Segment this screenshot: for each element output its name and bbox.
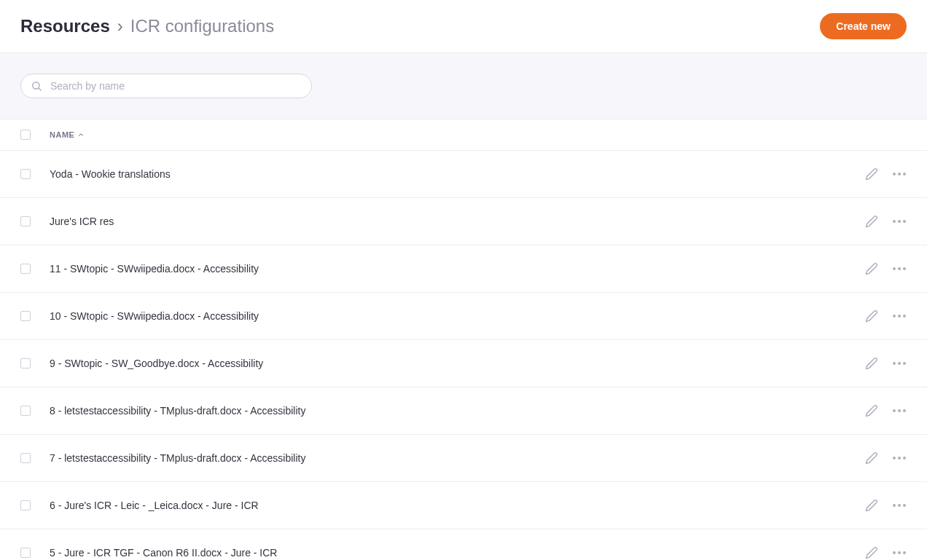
breadcrumb-current: ICR configurations	[130, 16, 274, 36]
table-row: Yoda - Wookie translations	[0, 151, 927, 198]
table-row: 11 - SWtopic - SWwiipedia.docx - Accessi…	[0, 245, 927, 293]
create-new-button[interactable]: Create new	[820, 13, 907, 39]
table-header: NAME	[0, 119, 927, 151]
search-input[interactable]	[20, 74, 312, 98]
table-row: 7 - letstestaccessibility - TMplus-draft…	[0, 435, 927, 482]
row-checkbox[interactable]	[20, 453, 31, 463]
row-name[interactable]: 6 - Jure's ICR - Leic - _Leica.docx - Ju…	[50, 500, 864, 511]
more-options-icon[interactable]	[892, 403, 907, 418]
row-checkbox[interactable]	[20, 406, 31, 416]
table-row: 10 - SWtopic - SWwiipedia.docx - Accessi…	[0, 293, 927, 340]
svg-line-1	[39, 88, 41, 90]
select-all-checkbox[interactable]	[20, 130, 31, 140]
row-name[interactable]: 5 - Jure - ICR TGF - Canon R6 II.docx - …	[50, 547, 864, 559]
table-row: Jure's ICR res	[0, 198, 927, 245]
row-name[interactable]: 7 - letstestaccessibility - TMplus-draft…	[50, 452, 864, 464]
row-actions	[864, 309, 907, 323]
more-options-icon[interactable]	[892, 167, 907, 181]
row-name[interactable]: 11 - SWtopic - SWwiipedia.docx - Accessi…	[50, 263, 864, 275]
edit-icon[interactable]	[864, 214, 879, 229]
table-body: Yoda - Wookie translationsJure's ICR res…	[0, 151, 927, 560]
more-options-icon[interactable]	[892, 214, 907, 229]
row-actions	[864, 451, 907, 465]
more-options-icon[interactable]	[892, 545, 907, 560]
table-row: 8 - letstestaccessibility - TMplus-draft…	[0, 387, 927, 435]
row-actions	[864, 498, 907, 513]
row-actions	[864, 403, 907, 418]
column-header-name[interactable]: NAME	[50, 130, 85, 139]
table-row: 9 - SWtopic - SW_Goodbye.docx - Accessib…	[0, 340, 927, 387]
row-checkbox[interactable]	[20, 358, 31, 368]
row-checkbox[interactable]	[20, 264, 31, 274]
edit-icon[interactable]	[864, 545, 879, 560]
more-options-icon[interactable]	[892, 498, 907, 513]
row-actions	[864, 261, 907, 276]
more-options-icon[interactable]	[892, 261, 907, 276]
edit-icon[interactable]	[864, 403, 879, 418]
breadcrumb-root[interactable]: Resources	[20, 16, 110, 36]
table-row: 6 - Jure's ICR - Leic - _Leica.docx - Ju…	[0, 482, 927, 529]
breadcrumb-separator: ›	[117, 16, 123, 36]
sort-ascending-icon	[77, 131, 85, 138]
row-actions	[864, 214, 907, 229]
row-checkbox[interactable]	[20, 500, 31, 510]
edit-icon[interactable]	[864, 498, 879, 513]
edit-icon[interactable]	[864, 356, 879, 371]
row-checkbox[interactable]	[20, 169, 31, 179]
row-checkbox[interactable]	[20, 548, 31, 558]
table-row: 5 - Jure - ICR TGF - Canon R6 II.docx - …	[0, 529, 927, 560]
row-name[interactable]: 8 - letstestaccessibility - TMplus-draft…	[50, 405, 864, 417]
breadcrumb: Resources › ICR configurations	[20, 16, 274, 36]
row-name[interactable]: 9 - SWtopic - SW_Goodbye.docx - Accessib…	[50, 358, 864, 369]
search-wrapper	[20, 74, 312, 98]
more-options-icon[interactable]	[892, 309, 907, 323]
edit-icon[interactable]	[864, 451, 879, 465]
row-name[interactable]: 10 - SWtopic - SWwiipedia.docx - Accessi…	[50, 310, 864, 322]
edit-icon[interactable]	[864, 167, 879, 181]
search-bar-section	[0, 52, 927, 119]
row-actions	[864, 356, 907, 371]
row-checkbox[interactable]	[20, 311, 31, 321]
row-actions	[864, 167, 907, 181]
edit-icon[interactable]	[864, 309, 879, 323]
row-checkbox[interactable]	[20, 216, 31, 226]
edit-icon[interactable]	[864, 261, 879, 276]
more-options-icon[interactable]	[892, 356, 907, 371]
column-header-name-label: NAME	[50, 130, 74, 139]
row-name[interactable]: Yoda - Wookie translations	[50, 168, 864, 180]
row-name[interactable]: Jure's ICR res	[50, 216, 864, 227]
row-actions	[864, 545, 907, 560]
page-header: Resources › ICR configurations Create ne…	[0, 0, 927, 52]
search-icon	[31, 80, 42, 92]
more-options-icon[interactable]	[892, 451, 907, 465]
